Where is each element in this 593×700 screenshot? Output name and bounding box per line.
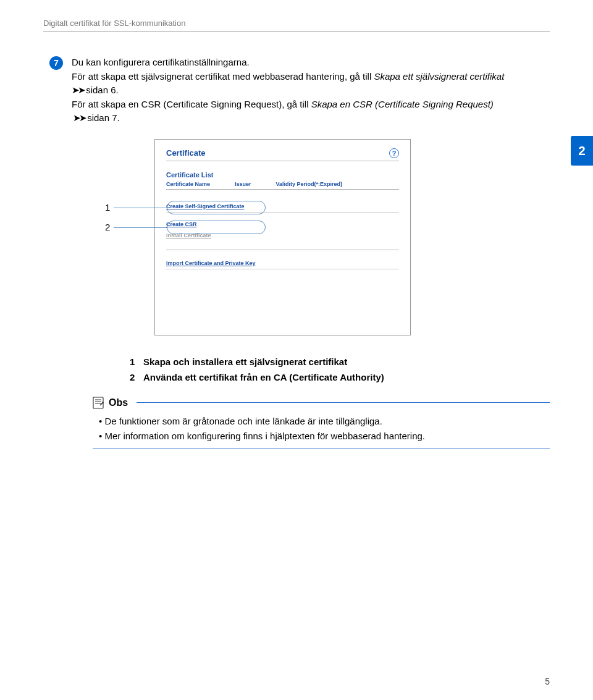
page-number: 5 (545, 677, 550, 686)
step-body: Du kan konfigurera certifikatinställning… (72, 56, 516, 125)
step-line-1: Du kan konfigurera certifikatinställning… (72, 56, 516, 70)
callout-1-label: 1 (105, 202, 110, 213)
certificate-table-header: Certificate Name Issuer Validity Period(… (166, 181, 399, 190)
step-line-3: För att skapa en CSR (Certificate Signin… (72, 98, 516, 125)
certificate-list-heading: Certificate List (166, 171, 399, 179)
legend-item-2: 2 Använda ett certifikat från en CA (Cer… (130, 369, 550, 386)
help-icon[interactable]: ? (389, 148, 399, 158)
callout-2-circle (167, 221, 266, 234)
certificate-panel: Certificate ? Certificate List Certifica… (154, 139, 411, 335)
header-rule (43, 32, 550, 32)
callout-1-line (114, 208, 167, 208)
note-top-rule (137, 402, 550, 403)
col-certificate-name: Certificate Name (166, 181, 210, 187)
step-line-2: För att skapa ett självsignerat certifik… (72, 70, 516, 98)
step-number-badge: 7 (49, 56, 63, 70)
note-icon (93, 397, 104, 409)
panel-divider (166, 250, 399, 250)
svg-rect-0 (93, 397, 103, 408)
note-label: Obs (109, 397, 128, 408)
callout-2-line (114, 227, 167, 228)
note-item-2: Mer information om konfigurering finns i… (99, 429, 550, 444)
step-7: 7 Du kan konfigurera certifikatinställni… (49, 56, 550, 125)
note-box: Obs De funktioner som är gråtonade och i… (93, 397, 550, 449)
callout-2-label: 2 (105, 222, 110, 232)
arrow-icon: ➤➤ (73, 112, 86, 123)
note-item-1: De funktioner som är gråtonade och inte … (99, 414, 550, 429)
import-certificate-link[interactable]: Import Certificate and Private Key (166, 260, 256, 266)
legend: 1 Skapa och installera ett självsignerat… (130, 354, 550, 386)
note-bottom-rule (93, 449, 550, 449)
callout-1-circle (167, 201, 266, 214)
chapter-tab: 2 (571, 136, 593, 166)
panel-title: Certificate (166, 148, 206, 158)
page-header: Digitalt certifikat för SSL-kommunikatio… (43, 19, 550, 28)
arrow-icon: ➤➤ (72, 85, 85, 95)
col-issuer: Issuer (235, 181, 251, 187)
legend-item-1: 1 Skapa och installera ett självsignerat… (130, 354, 550, 370)
certificate-screenshot: 1 2 Certificate ? Certificate List Certi… (86, 139, 550, 335)
col-validity: Validity Period(*:Expired) (276, 181, 343, 187)
